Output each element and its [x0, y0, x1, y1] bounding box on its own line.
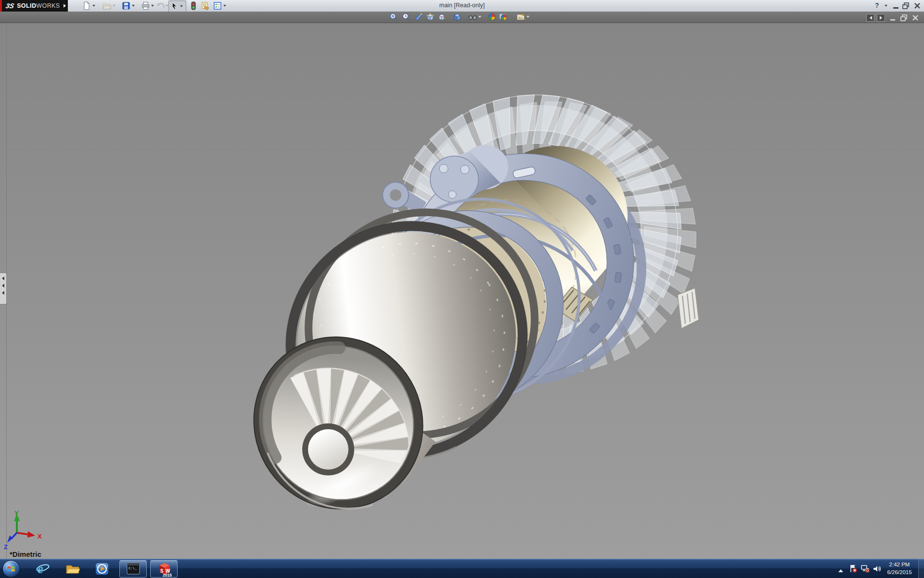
triad-z-label: Z [4, 543, 8, 551]
command-prompt-icon: C:\_ [127, 563, 140, 575]
volume-icon[interactable] [872, 564, 882, 574]
title-bar: 3S SOLIDWORKS [0, 0, 924, 12]
hide-show-dropdown[interactable] [478, 16, 481, 19]
windows-explorer-button[interactable] [65, 562, 80, 576]
help-icon[interactable]: ? [875, 1, 879, 9]
zoom-to-fit-icon[interactable] [389, 12, 398, 22]
media-player-button[interactable] [95, 562, 109, 576]
clock[interactable]: 2:42 PM 6/26/2015 [884, 561, 915, 576]
close-document-button[interactable] [911, 13, 920, 23]
close-button[interactable] [912, 1, 922, 11]
svg-text:e: e [38, 562, 43, 576]
previous-window-button[interactable] [866, 14, 874, 22]
view-orientation-icon[interactable] [425, 12, 435, 22]
internet-explorer-button[interactable]: e [36, 562, 50, 576]
view-settings-icon[interactable] [516, 12, 526, 22]
network-status-icon[interactable] [860, 564, 870, 574]
display-style-icon[interactable] [437, 12, 447, 22]
minimize-document-button[interactable] [888, 13, 898, 23]
graphics-area[interactable] [0, 23, 924, 559]
svg-text:C:\_: C:\_ [128, 566, 137, 570]
view-orientation-label: *Dimetric [10, 550, 41, 558]
show-hidden-icons[interactable] [838, 567, 843, 572]
action-center-flag-icon[interactable] [849, 564, 858, 574]
minimize-button[interactable] [891, 1, 901, 11]
clock-date: 6/26/2015 [884, 568, 915, 576]
edit-appearance-icon[interactable] [487, 12, 497, 22]
orientation-triad: Y X Z [3, 509, 51, 555]
command-prompt-button[interactable]: C:\_ [119, 560, 147, 578]
next-window-button[interactable] [877, 14, 885, 22]
windows-flag-icon [6, 564, 16, 574]
show-desktop-button[interactable] [918, 559, 924, 578]
svg-text:2015: 2015 [163, 573, 172, 577]
headsup-strip [0, 12, 924, 23]
solidworks-2015-button[interactable]: S W 2015 [150, 560, 178, 578]
start-button[interactable] [2, 560, 20, 578]
clock-time: 2:42 PM [884, 561, 915, 568]
hide-show-items-icon[interactable] [468, 12, 477, 22]
window-title: main [Read-only] [0, 2, 924, 9]
taskbar: e C:\_ S W 2 [0, 559, 924, 578]
zoom-to-area-icon[interactable] [401, 12, 411, 22]
help-dropdown[interactable] [885, 5, 887, 8]
section-view-icon[interactable] [414, 12, 424, 22]
triad-x-label: X [38, 533, 42, 540]
solidworks-window: Y X Z *Dimetric 3S SOLIDWORKS [0, 0, 924, 578]
view-settings-dropdown[interactable] [526, 16, 529, 19]
solidworks-2015-icon: S W 2015 [156, 562, 173, 577]
apply-scene-icon[interactable] [499, 12, 508, 22]
restore-button[interactable] [901, 1, 911, 11]
feature-panel-flyout-tab[interactable] [0, 273, 7, 304]
shaded-view-cube-icon[interactable] [452, 12, 462, 22]
restore-document-button[interactable] [899, 13, 909, 23]
triad-y-label: Y [14, 510, 19, 517]
